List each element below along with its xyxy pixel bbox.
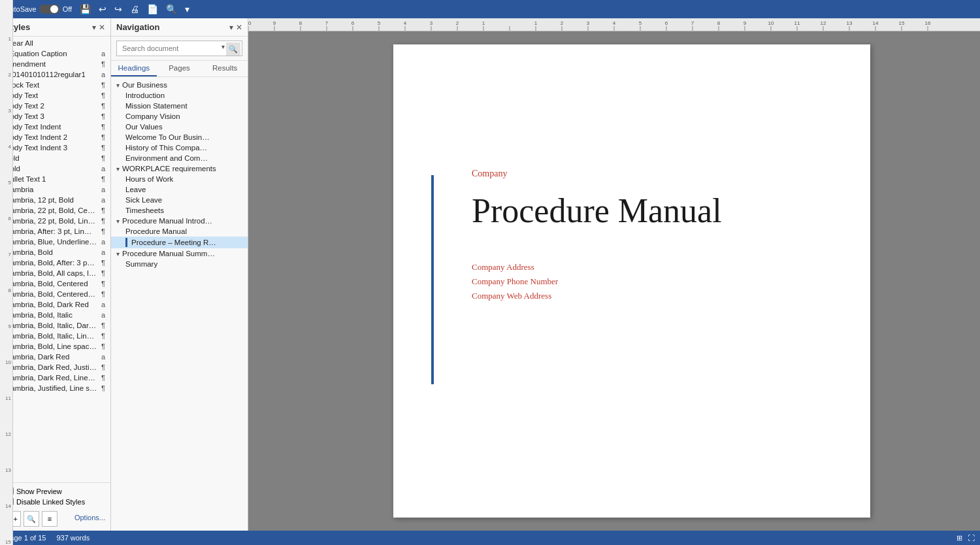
nav-tree-item[interactable]: Hours of Work (111, 174, 248, 184)
svg-text:7: 7 (691, 20, 694, 26)
nav-item-label: Procedure Manual Summ… (122, 250, 215, 257)
style-item[interactable]: _Equation Captiona (0, 48, 110, 59)
undo-icon[interactable]: ↩ (96, 3, 109, 16)
nav-tree-item[interactable]: ▾Procedure Manual Introd… (111, 216, 248, 226)
style-item[interactable]: Block Text¶ (0, 80, 110, 90)
autosave-label: AutoSave Off (5, 5, 72, 14)
style-item-indicator: ¶ (101, 259, 105, 267)
style-item[interactable]: Cambria, Bold, Centered…¶ (0, 289, 110, 299)
style-item[interactable]: Cambria, Bold, Italic, Dar…¶ (0, 320, 110, 331)
style-item[interactable]: Amendment¶ (0, 59, 110, 69)
save-icon[interactable]: 💾 (77, 3, 93, 16)
style-item[interactable]: Cambria, Bold, Line spac…¶ (0, 341, 110, 352)
show-preview-checkbox[interactable]: Show Preview (5, 487, 105, 495)
nav-tab-pages[interactable]: Pages (157, 61, 203, 76)
nav-item-label: Procedure Manual Introd… (122, 217, 212, 225)
svg-text:5: 5 (378, 20, 381, 26)
style-item[interactable]: ar01401010112regular1a (0, 69, 110, 80)
style-item[interactable]: Cambria, 22 pt, Bold, Ce…¶ (0, 205, 110, 216)
nav-item-label: History of This Compa… (125, 144, 207, 152)
style-item[interactable]: Bolda (0, 163, 110, 174)
style-item[interactable]: Cambria, Bold, After: 3 p…¶ (0, 257, 110, 268)
nav-tree-item[interactable]: ▾WORKPLACE requirements (111, 163, 248, 174)
nav-tab-results[interactable]: Results (202, 61, 248, 76)
style-item[interactable]: Cambria, Bold, Centered¶ (0, 278, 110, 289)
style-item[interactable]: Cambriaa (0, 184, 110, 195)
styles-close-icon[interactable]: ✕ (99, 23, 105, 32)
nav-tree-item[interactable]: Leave (111, 184, 248, 195)
style-item[interactable]: Body Text Indent 2¶ (0, 132, 110, 142)
autosave-toggle[interactable] (39, 5, 60, 14)
style-item[interactable]: Cambria, Justified, Line s…¶ (0, 383, 110, 393)
nav-tree-item[interactable]: ▾Procedure Manual Summ… (111, 248, 248, 259)
nav-item-label: Procedure – Meeting R… (131, 239, 216, 246)
nav-tree-item[interactable]: Timesheets (111, 205, 248, 216)
nav-tree-item[interactable]: Mission Statement (111, 101, 248, 111)
doc-company: Company (472, 169, 818, 179)
style-item[interactable]: Cambria, Blue, Underline…a (0, 237, 110, 247)
nav-tree-item[interactable]: Environment and Com… (111, 153, 248, 163)
nav-tree-item[interactable]: Sick Leave (111, 195, 248, 205)
nav-tab-headings[interactable]: Headings (111, 61, 157, 76)
style-item[interactable]: Body Text 3¶ (0, 111, 110, 122)
inspect-style-button[interactable]: 🔍 (24, 511, 39, 527)
nav-tree-item[interactable]: ▾Our Business (111, 80, 248, 90)
search-button[interactable]: 🔍 (226, 42, 240, 56)
style-item[interactable]: bold¶ (0, 153, 110, 163)
doc-scroll-area[interactable]: Company Procedure Manual Company Address… (248, 31, 980, 531)
layout-icon[interactable]: ⊞ (956, 534, 962, 542)
pdf-icon[interactable]: 📄 (144, 3, 161, 16)
style-item[interactable]: Body Text 2¶ (0, 101, 110, 111)
style-item[interactable]: Cambria, Bold, All caps, l…¶ (0, 268, 110, 278)
options-link[interactable]: Options... (74, 514, 105, 521)
dropdown-icon[interactable]: ▾ (182, 3, 192, 16)
nav-item-label: Summary (125, 260, 157, 268)
nav-tree-item[interactable]: History of This Compa… (111, 142, 248, 153)
style-item[interactable]: Cambria, 12 pt, Bolda (0, 195, 110, 205)
nav-tree-item[interactable]: Procedure – Meeting R… (111, 237, 248, 248)
fullscreen-icon[interactable]: ⛶ (968, 534, 975, 542)
nav-tree[interactable]: ▾Our BusinessIntroductionMission Stateme… (111, 77, 248, 531)
redo-icon[interactable]: ↪ (112, 3, 125, 16)
style-item-label: _Equation Caption (5, 50, 67, 58)
style-item[interactable]: Cambria, Bold, Italica (0, 310, 110, 320)
nav-arrow: ▾ (116, 82, 120, 89)
nav-item-label: Procedure Manual (125, 227, 187, 235)
style-item[interactable]: Cambria, Dark Reda (0, 352, 110, 362)
status-right: ⊞ ⛶ (956, 534, 975, 542)
style-item-label: Cambria, Bold, After: 3 p… (5, 259, 95, 267)
style-item[interactable]: Clear All (0, 38, 110, 48)
nav-item-label: Mission Statement (125, 102, 188, 110)
disable-linked-checkbox[interactable]: Disable Linked Styles (5, 497, 105, 506)
search-dropdown[interactable]: ▾ (221, 43, 225, 50)
style-item[interactable]: Body Text Indent 3¶ (0, 142, 110, 153)
nav-tree-item[interactable]: Welcome To Our Busin… (111, 132, 248, 142)
doc-phone: Company Phone Number (472, 276, 818, 287)
nav-close-icon[interactable]: ✕ (236, 23, 242, 32)
styles-menu-icon[interactable]: ▾ (92, 23, 96, 32)
style-item[interactable]: Cambria, 22 pt, Bold, Lin…¶ (0, 216, 110, 226)
style-item-indicator: a (101, 50, 105, 58)
style-item[interactable]: Cambria, Bold, Dark Reda (0, 299, 110, 310)
nav-menu-icon[interactable]: ▾ (229, 23, 233, 32)
nav-tree-item[interactable]: Our Values (111, 122, 248, 132)
print-icon[interactable]: 🖨 (127, 3, 142, 16)
svg-text:6: 6 (351, 20, 355, 26)
search-icon[interactable]: 🔍 (163, 3, 180, 16)
nav-tree-item[interactable]: Summary (111, 259, 248, 269)
style-item[interactable]: Cambria, Bold, Italic, Lin…¶ (0, 331, 110, 341)
style-item[interactable]: Cambria, Bolda (0, 247, 110, 257)
style-item[interactable]: Body Text¶ (0, 90, 110, 101)
style-item[interactable]: Bullet Text 1¶ (0, 174, 110, 184)
style-item[interactable]: Cambria, Dark Red, Justi…¶ (0, 362, 110, 372)
nav-arrow: ▾ (116, 218, 120, 225)
nav-tree-item[interactable]: Introduction (111, 90, 248, 101)
nav-tree-item[interactable]: Company Vision (111, 111, 248, 122)
style-item[interactable]: Cambria, Dark Red, Line…¶ (0, 372, 110, 383)
search-input[interactable] (121, 43, 212, 54)
style-item[interactable]: Cambria, After: 3 pt, Lin…¶ (0, 226, 110, 237)
manage-styles-button[interactable]: ≡ (42, 511, 57, 527)
style-item[interactable]: Body Text Indent¶ (0, 122, 110, 132)
styles-list[interactable]: Clear All_Equation CaptionaAmendment¶ar0… (0, 37, 110, 482)
nav-tree-item[interactable]: Procedure Manual (111, 226, 248, 237)
